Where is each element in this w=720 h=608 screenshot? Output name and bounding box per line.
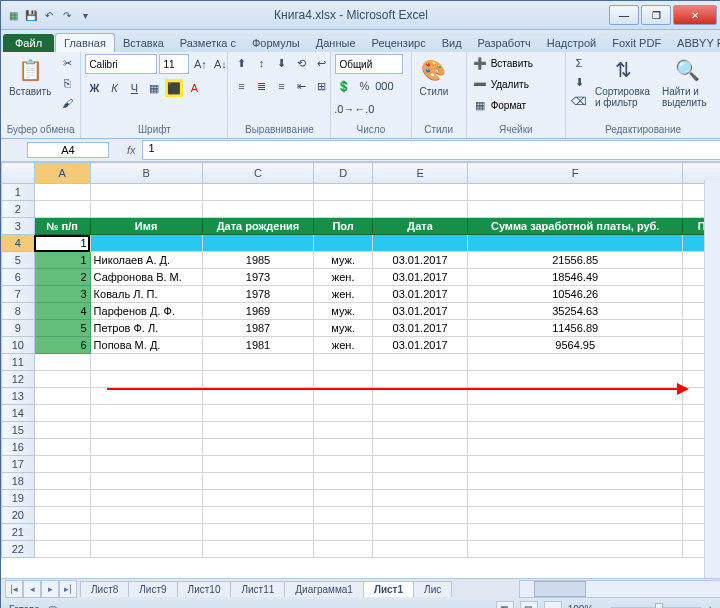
tab-formulas[interactable]: Формулы (244, 34, 308, 52)
macro-record-icon[interactable]: ▢ (48, 604, 57, 609)
row-header[interactable]: 9 (2, 320, 35, 337)
zoom-level[interactable]: 100% (568, 604, 594, 609)
fill-icon[interactable]: ⬇ (570, 73, 588, 91)
row-header[interactable]: 4 (2, 235, 35, 252)
zoom-in-button[interactable]: + (707, 604, 713, 609)
row-header[interactable]: 22 (2, 541, 35, 558)
formula-input[interactable]: 1 (142, 140, 720, 160)
autosum-icon[interactable]: Σ (570, 54, 588, 72)
cut-icon[interactable]: ✂ (58, 54, 76, 72)
hdr-sum[interactable]: Сумма заработной платы, руб. (468, 218, 683, 235)
scroll-thumb[interactable] (534, 581, 586, 597)
find-select-button[interactable]: 🔍 Найти и выделить (658, 54, 716, 110)
orientation-icon[interactable]: ⟲ (292, 54, 310, 72)
minimize-button[interactable]: — (609, 5, 639, 25)
col-header-A[interactable]: A (34, 163, 90, 184)
fill-color-icon[interactable]: ⬛ (165, 79, 183, 97)
hdr-sex[interactable]: Пол (314, 218, 372, 235)
hdr-date[interactable]: Дата (372, 218, 468, 235)
grow-font-icon[interactable]: A↑ (191, 55, 209, 73)
row-header[interactable]: 8 (2, 303, 35, 320)
row-header[interactable]: 15 (2, 422, 35, 439)
hdr-num[interactable]: № п/п (34, 218, 90, 235)
styles-button[interactable]: 🎨 Стили (416, 54, 453, 99)
row-header[interactable]: 13 (2, 388, 35, 405)
format-painter-icon[interactable]: 🖌 (58, 94, 76, 112)
number-format-select[interactable]: Общий (335, 54, 403, 74)
bold-button[interactable]: Ж (85, 79, 103, 97)
save-icon[interactable]: 💾 (23, 7, 39, 23)
insert-cells-label[interactable]: Вставить (491, 58, 533, 69)
tab-abbyy[interactable]: ABBYY PDF (669, 34, 720, 52)
row-header[interactable]: 12 (2, 371, 35, 388)
delete-cells-label[interactable]: Удалить (491, 79, 529, 90)
row-header[interactable]: 3 (2, 218, 35, 235)
underline-button[interactable]: Ч (125, 79, 143, 97)
sheet-nav-first[interactable]: |◂ (5, 580, 23, 598)
fx-icon[interactable]: fx (127, 144, 136, 156)
paste-button[interactable]: 📋 Вставить (5, 54, 55, 99)
sheet-tab[interactable]: Лист11 (230, 581, 285, 597)
sheet-tab[interactable]: Лис (413, 581, 452, 597)
file-tab[interactable]: Файл (3, 34, 54, 52)
delete-cells-icon[interactable]: ➖ (471, 75, 489, 93)
zoom-thumb[interactable] (655, 603, 663, 608)
wrap-text-icon[interactable]: ↩ (312, 54, 330, 72)
copy-icon[interactable]: ⎘ (58, 74, 76, 92)
view-layout-icon[interactable]: ▤ (520, 601, 538, 608)
clear-icon[interactable]: ⌫ (570, 92, 588, 110)
tab-data[interactable]: Данные (308, 34, 364, 52)
qat-dropdown-icon[interactable]: ▾ (77, 7, 93, 23)
close-button[interactable]: ✕ (673, 5, 717, 25)
col-header-E[interactable]: E (372, 163, 468, 184)
col-header-B[interactable]: B (90, 163, 202, 184)
shrink-font-icon[interactable]: A↓ (211, 55, 229, 73)
tab-foxit[interactable]: Foxit PDF (604, 34, 669, 52)
row-header[interactable]: 11 (2, 354, 35, 371)
name-box[interactable]: A4 (27, 142, 109, 158)
tab-insert[interactable]: Вставка (115, 34, 172, 52)
row-header[interactable]: 14 (2, 405, 35, 422)
align-right-icon[interactable]: ≡ (272, 77, 290, 95)
indent-decrease-icon[interactable]: ⇤ (292, 77, 310, 95)
row-header[interactable]: 2 (2, 201, 35, 218)
sheet-tab[interactable]: Лист10 (177, 581, 232, 597)
format-cells-icon[interactable]: ▦ (471, 96, 489, 114)
col-header-D[interactable]: D (314, 163, 372, 184)
sheet-tab[interactable]: Лист8 (80, 581, 129, 597)
worksheet-grid[interactable]: A B C D E F G 1 2 3 № п/п Имя Дата рожде… (1, 162, 720, 578)
row-header[interactable]: 5 (2, 252, 35, 269)
row-header[interactable]: 10 (2, 337, 35, 354)
align-top-icon[interactable]: ⬆ (232, 54, 250, 72)
horizontal-scrollbar[interactable] (519, 580, 720, 598)
format-cells-label[interactable]: Формат (491, 100, 527, 111)
tab-layout[interactable]: Разметка с (172, 34, 244, 52)
col-header-F[interactable]: F (468, 163, 683, 184)
comma-icon[interactable]: 000 (375, 77, 393, 95)
sheet-nav-prev[interactable]: ◂ (23, 580, 41, 598)
merge-icon[interactable]: ⊞ (312, 77, 330, 95)
tab-review[interactable]: Рецензирс (364, 34, 434, 52)
row-header[interactable]: 17 (2, 456, 35, 473)
row-header[interactable]: 16 (2, 439, 35, 456)
row-header[interactable]: 1 (2, 184, 35, 201)
borders-icon[interactable]: ▦ (145, 79, 163, 97)
sheet-nav-next[interactable]: ▸ (41, 580, 59, 598)
font-name-select[interactable]: Calibri (85, 54, 157, 74)
row-header[interactable]: 7 (2, 286, 35, 303)
align-left-icon[interactable]: ≡ (232, 77, 250, 95)
align-bottom-icon[interactable]: ⬇ (272, 54, 290, 72)
percent-icon[interactable]: % (355, 77, 373, 95)
row-header[interactable]: 18 (2, 473, 35, 490)
row-header[interactable]: 20 (2, 507, 35, 524)
align-center-icon[interactable]: ≣ (252, 77, 270, 95)
tab-home[interactable]: Главная (55, 33, 115, 52)
align-middle-icon[interactable]: ↕ (252, 54, 270, 72)
zoom-out-button[interactable]: − (599, 604, 605, 609)
active-cell[interactable]: 1 (34, 235, 90, 252)
row-header[interactable]: 19 (2, 490, 35, 507)
select-all-corner[interactable] (2, 163, 35, 184)
hdr-name[interactable]: Имя (90, 218, 202, 235)
row-header[interactable]: 6 (2, 269, 35, 286)
increase-decimal-icon[interactable]: .0→ (335, 100, 353, 118)
